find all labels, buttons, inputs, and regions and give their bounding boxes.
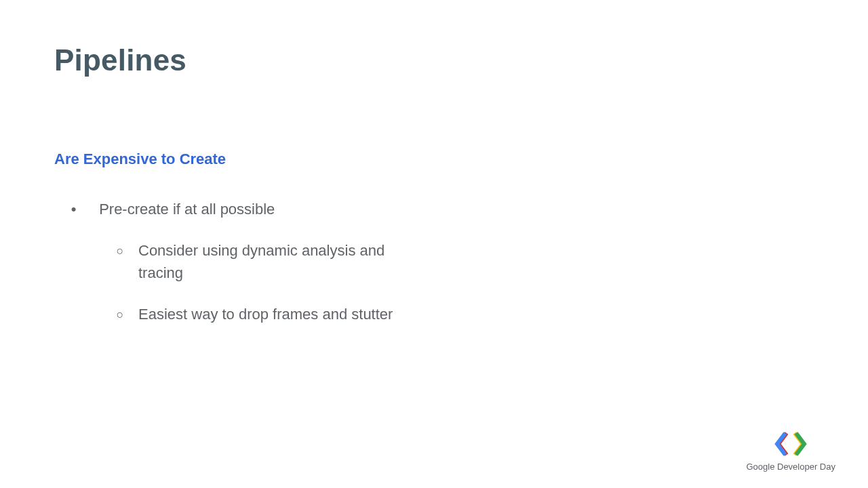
bullet-list-level2: Consider using dynamic analysis and trac… (95, 239, 814, 325)
slide-title: Pipelines (54, 43, 814, 77)
slide-container: Pipelines Are Expensive to Create Pre-cr… (0, 0, 868, 488)
slide-body: Pre-create if at all possible Consider u… (54, 198, 814, 325)
footer-logo: Google Developer Day (746, 430, 835, 472)
developer-brackets-icon (746, 430, 835, 458)
bullet-sub-1: Consider using dynamic analysis and trac… (138, 239, 410, 284)
footer-brand-google: Google (746, 462, 774, 472)
footer-caption: Google Developer Day (746, 462, 835, 472)
slide-subtitle: Are Expensive to Create (54, 150, 814, 168)
bullet-main: Pre-create if at all possible Consider u… (95, 198, 814, 325)
angle-brackets-icon (774, 430, 807, 458)
bullet-sub-2: Easiest way to drop frames and stutter (138, 303, 410, 325)
bullet-main-text: Pre-create if at all possible (99, 201, 275, 218)
footer-brand-dev-day: Developer Day (774, 462, 835, 472)
bullet-list-level1: Pre-create if at all possible Consider u… (54, 198, 814, 325)
